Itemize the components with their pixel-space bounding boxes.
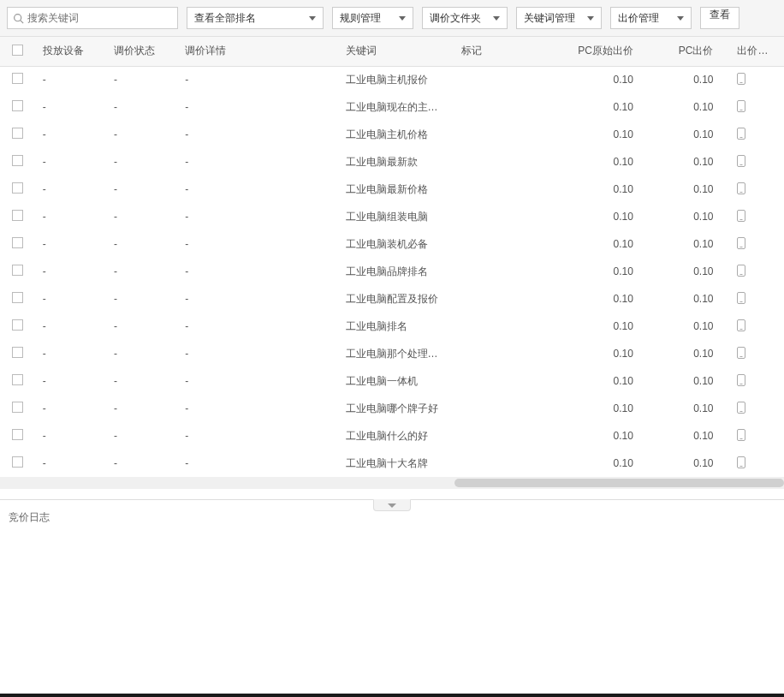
row-checkbox[interactable] [12,155,23,166]
row-checkbox[interactable] [12,237,23,248]
footer-bar [0,694,784,697]
row-checkbox[interactable] [12,292,23,303]
scrollbar-thumb[interactable] [454,479,784,487]
table-row[interactable]: ---工业电脑什么的好0.100.10 [0,422,784,450]
cell-pc-bid: 0.10 [650,176,731,203]
row-checkbox[interactable] [12,374,23,385]
search-input[interactable] [27,12,172,24]
svg-line-1 [21,20,23,22]
mobile-icon [737,319,745,331]
table-row[interactable]: ---工业电脑最新款0.100.10 [0,148,784,176]
row-checkbox[interactable] [12,429,23,440]
bid-mgmt-dropdown[interactable]: 出价管理 [610,7,692,29]
table-row[interactable]: ---工业电脑品牌排名0.100.10 [0,258,784,285]
cell-device: - [36,422,107,450]
mobile-icon [737,456,745,468]
cell-tag [454,258,570,285]
cell-detail: - [178,450,338,477]
collapse-handle[interactable] [373,499,411,511]
row-checkbox[interactable] [12,319,23,331]
rule-mgmt-label: 规则管理 [340,11,381,26]
cell-tag [454,340,570,367]
cell-ratio [730,340,784,367]
cell-pc-bid: 0.10 [650,203,731,230]
mobile-icon [737,100,745,112]
row-checkbox[interactable] [12,402,23,413]
cell-status: - [107,450,178,477]
table-row[interactable]: ---工业电脑组装电脑0.100.10 [0,203,784,230]
cell-detail: - [178,422,338,450]
cell-pc-original: 0.10 [570,285,650,313]
cell-ratio [730,395,784,422]
cell-status: - [107,148,178,176]
cell-ratio [730,148,784,176]
horizontal-scrollbar[interactable] [0,477,784,489]
cell-detail: - [178,367,338,395]
header-detail[interactable]: 调价详情 [178,37,338,66]
cell-status: - [107,340,178,367]
cell-detail: - [178,395,338,422]
cell-pc-bid: 0.10 [650,148,731,176]
header-keyword[interactable]: 关键词 [339,37,454,66]
header-pc-bid[interactable]: PC出价 [650,37,731,66]
cell-keyword: 工业电脑最新款 [339,148,454,176]
cell-pc-bid: 0.10 [650,93,731,121]
folder-mgmt-dropdown[interactable]: 调价文件夹 [422,7,508,29]
cell-detail: - [178,66,338,93]
cell-pc-bid: 0.10 [650,285,731,313]
cell-device: - [36,258,107,285]
mobile-icon [737,155,745,167]
table-row[interactable]: ---工业电脑十大名牌0.100.10 [0,450,784,477]
header-status[interactable]: 调价状态 [107,37,178,66]
cell-ratio [730,450,784,477]
table-row[interactable]: ---工业电脑哪个牌子好0.100.10 [0,395,784,422]
row-checkbox[interactable] [12,456,23,468]
row-checkbox[interactable] [12,265,23,276]
row-checkbox[interactable] [12,347,23,358]
ranking-dropdown[interactable]: 查看全部排名 [187,7,324,29]
cell-keyword: 工业电脑主机价格 [339,121,454,148]
row-checkbox[interactable] [12,73,23,84]
header-device[interactable]: 投放设备 [36,37,107,66]
cell-status: - [107,230,178,258]
row-checkbox[interactable] [12,128,23,139]
search-icon [13,13,24,24]
cell-tag [454,230,570,258]
rule-mgmt-dropdown[interactable]: 规则管理 [332,7,413,29]
select-all-checkbox[interactable] [12,45,23,56]
mobile-icon [737,237,745,249]
keyword-table: 投放设备 调价状态 调价详情 关键词 标记 PC原始出价 PC出价 出价比例 -… [0,37,784,477]
table-row[interactable]: ---工业电脑现在的主流配0.100.10 [0,93,784,121]
row-checkbox[interactable] [12,210,23,221]
header-tag[interactable]: 标记 [454,37,570,66]
cell-pc-bid: 0.10 [650,340,731,367]
table-row[interactable]: ---工业电脑装机必备0.100.10 [0,230,784,258]
cell-ratio [730,93,784,121]
row-checkbox[interactable] [12,100,23,111]
cell-tag [454,422,570,450]
table-row[interactable]: ---工业电脑配置及报价0.100.10 [0,285,784,313]
table-row[interactable]: ---工业电脑主机报价0.100.10 [0,66,784,93]
cell-keyword: 工业电脑主机报价 [339,66,454,93]
view-button[interactable]: 查看 [700,7,739,29]
keyword-mgmt-dropdown[interactable]: 关键词管理 [516,7,602,29]
header-pc-original[interactable]: PC原始出价 [570,37,650,66]
table-row[interactable]: ---工业电脑一体机0.100.10 [0,367,784,395]
cell-pc-bid: 0.10 [650,395,731,422]
cell-detail: - [178,258,338,285]
table-row[interactable]: ---工业电脑排名0.100.10 [0,313,784,340]
table-row[interactable]: ---工业电脑那个处理器好0.100.10 [0,340,784,367]
cell-status: - [107,176,178,203]
search-box[interactable] [7,7,178,29]
table-row[interactable]: ---工业电脑主机价格0.100.10 [0,121,784,148]
cell-ratio [730,422,784,450]
table-row[interactable]: ---工业电脑最新价格0.100.10 [0,176,784,203]
cell-device: - [36,230,107,258]
bottom-panel: 竞价日志 [0,499,784,535]
cell-detail: - [178,313,338,340]
header-bid-ratio[interactable]: 出价比例 [730,37,784,66]
cell-tag [454,121,570,148]
keyword-mgmt-label: 关键词管理 [524,11,575,26]
cell-tag [454,285,570,313]
row-checkbox[interactable] [12,182,23,194]
